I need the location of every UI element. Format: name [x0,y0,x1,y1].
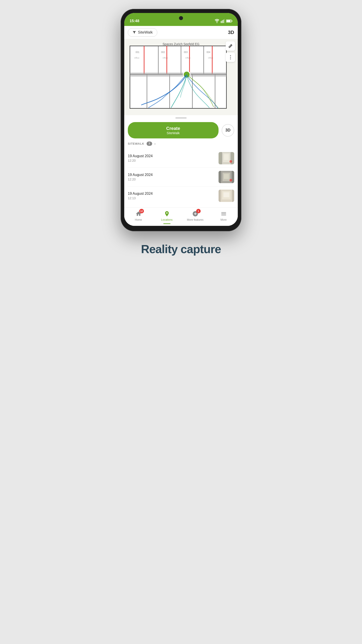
filter-icon [132,31,136,34]
ruler-icon [228,44,233,48]
svg-point-47 [230,179,232,182]
corridor-thumbnail-1 [219,152,234,164]
nav-item-home[interactable]: 12 Home [130,210,147,222]
svg-text:002: 002 [161,51,165,54]
corridor-thumbnail-2 [219,171,234,183]
drag-handle [175,118,187,118]
nav-item-locations[interactable]: Locations [158,210,176,222]
wifi-icon [215,19,219,23]
nav-icon-wrapper-locations [163,210,170,217]
more-features-badge: 1 [196,209,201,213]
svg-rect-6 [232,20,232,22]
walk-thumbnail [219,171,234,183]
signal-icon [221,19,225,23]
floorplan-label: Spaces Zurich Seefeld EG [163,42,200,46]
svg-point-40 [230,160,232,163]
sitewalk-header: SITEWALK 7 › [128,142,234,146]
svg-point-7 [230,55,231,56]
walk-item-time: 12:20 [128,178,153,181]
nav-icon-wrapper-more-features: 1 [192,210,199,217]
svg-point-8 [230,57,231,58]
svg-text:004: 004 [206,51,210,54]
walk-item[interactable]: 19 August 2024 12:20 [128,149,234,168]
create-button-sub-label: SiteWalk [128,131,219,135]
walk-item-date: 19 August 2024 [128,192,153,196]
sitewalk-label: SITEWALK [128,142,144,145]
create-button-main-label: Create [128,126,219,131]
create-sitewalk-button[interactable]: Create SiteWalk [128,122,219,138]
ruler-tool-button[interactable] [226,41,235,51]
svg-rect-0 [221,21,221,23]
nav-label-locations: Locations [161,218,173,222]
nav-icon-wrapper-more [220,210,227,217]
tagline: Reality capture [141,242,221,256]
corridor-thumbnail-3 [219,190,234,202]
svg-rect-32 [130,73,226,77]
page-wrapper: 15:48 [0,9,362,256]
nav-item-more[interactable]: More [215,210,233,222]
svg-rect-51 [223,192,229,197]
svg-point-9 [230,58,231,60]
phone-screen: 15:48 [124,13,238,226]
filter-button[interactable]: SiteWalk [128,28,157,37]
svg-rect-3 [224,19,225,23]
floorplan-container: Spaces Zurich Seefeld EG [124,39,238,115]
status-time: 15:48 [130,19,139,23]
nav-label-home: Home [135,218,142,222]
svg-text:Office: Office [134,57,139,59]
more-tool-button[interactable] [226,52,235,62]
walk-thumbnail [219,152,234,164]
ellipsis-vertical-icon [230,55,231,60]
nav-label-more: More [221,218,227,222]
walk-item-date: 19 August 2024 [128,154,153,158]
walk-item-time: 12:13 [128,196,153,200]
floorplan-tools [226,41,235,62]
floorplan-svg: 001 002 003 004 Office Office Office Off… [124,39,238,115]
header-3d-button[interactable]: 3D [228,30,234,35]
walk-item-info: 19 August 2024 12:13 [128,192,153,200]
home-badge: 12 [139,209,144,213]
action-3d-button[interactable]: 3D [222,124,234,137]
walk-thumbnail [219,190,234,202]
sitewalk-chevron-right-icon[interactable]: › [154,142,156,146]
walk-item-info: 19 August 2024 12:20 [128,154,153,162]
app-header: SiteWalk 3D [124,26,238,39]
walk-item-time: 12:20 [128,159,153,162]
bottom-nav: 12 Home Locations [124,207,238,226]
location-pin-icon [164,211,170,217]
filter-label: SiteWalk [138,30,153,35]
nav-active-indicator [163,224,170,224]
svg-rect-44 [224,174,229,179]
nav-item-more-features[interactable]: 1 More features [186,210,204,222]
phone-shell: 15:48 [121,9,241,231]
svg-rect-37 [224,154,229,160]
phone-notch-bar [124,13,238,16]
walk-item-info: 19 August 2024 12:20 [128,173,153,181]
walk-item[interactable]: 19 August 2024 12:13 [128,186,234,205]
svg-rect-2 [223,20,224,23]
status-icons [215,19,232,23]
walk-item[interactable]: 19 August 2024 12:20 [128,168,234,186]
nav-icon-wrapper-home: 12 [135,210,142,217]
action-bar: Create SiteWalk 3D [124,120,238,142]
nav-label-more-features: More features [187,218,203,222]
svg-rect-5 [227,20,231,22]
svg-text:001: 001 [136,51,139,54]
camera-notch [179,16,183,20]
hamburger-menu-icon [221,211,227,217]
sitewalk-section: SITEWALK 7 › 19 August 2024 12:20 [124,142,238,205]
svg-rect-1 [222,20,223,23]
svg-text:003: 003 [184,51,188,54]
walk-item-date: 19 August 2024 [128,173,153,177]
battery-icon [226,20,232,22]
sitewalk-count-badge: 7 [147,142,152,146]
